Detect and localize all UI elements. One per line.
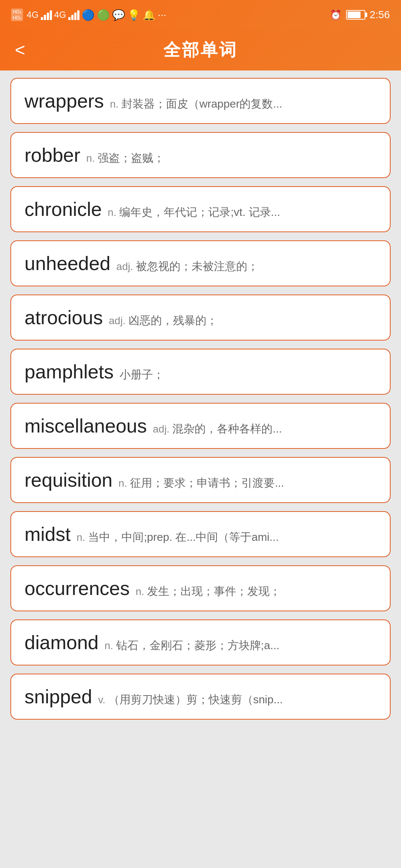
word-definition: v. （用剪刀快速）剪；快速剪（snip... — [98, 692, 376, 707]
word-card[interactable]: requisitionn. 征用；要求；申请书；引渡要... — [10, 457, 391, 503]
word-pos: n. — [86, 152, 98, 164]
word-definition: n. 编年史，年代记；记录;vt. 记录... — [108, 205, 376, 220]
word-term: occurrences — [25, 577, 130, 599]
word-term: unheeded — [25, 252, 110, 274]
header: < 全部单词 — [0, 30, 401, 70]
word-card[interactable]: diamondn. 钻石，金刚石；菱形；方块牌;a... — [10, 619, 391, 665]
word-pos: n. — [104, 640, 116, 651]
app-icon-wechat: 💬 — [112, 9, 125, 21]
word-definition: n. 当中，中间;prep. 在...中间（等于ami... — [76, 530, 376, 545]
signal-2-icon — [68, 10, 79, 20]
more-icon: ··· — [158, 9, 166, 21]
word-definition: 小册子； — [120, 367, 376, 382]
word-term: requisition — [25, 469, 113, 491]
word-definition: adj. 被忽视的；未被注意的； — [116, 259, 376, 274]
app-icon-1: 🔵 — [82, 9, 95, 21]
app-icon-3: 💡 — [127, 9, 140, 21]
word-card[interactable]: chroniclen. 编年史，年代记；记录;vt. 记录... — [10, 186, 391, 232]
notification-icon: 🔔 — [143, 9, 156, 21]
word-card[interactable]: atrociousadj. 凶恶的，残暴的； — [10, 295, 391, 341]
network-4g-icon: 4G — [27, 10, 39, 20]
word-term: chronicle — [25, 198, 102, 220]
word-pos: adj. — [116, 261, 136, 272]
word-card[interactable]: unheededadj. 被忽视的；未被注意的； — [10, 240, 391, 286]
word-term: diamond — [25, 631, 98, 654]
word-term: pamphlets — [25, 361, 114, 383]
word-pos: adj. — [153, 423, 173, 435]
word-pos: n. — [118, 477, 130, 489]
word-definition: n. 强盗；盗贼； — [86, 151, 376, 166]
status-bar-left: HD₁ HD₂ 4G 4G 🔵 🟢 💬 💡 🔔 ··· — [11, 9, 166, 21]
word-definition: n. 封装器；面皮（wrapper的复数... — [110, 96, 376, 112]
word-term: snipped — [25, 685, 92, 708]
time-display: 2:56 — [370, 9, 390, 21]
word-card[interactable]: miscellaneousadj. 混杂的，各种各样的... — [10, 403, 391, 449]
word-card[interactable]: pamphlets小册子； — [10, 349, 391, 395]
word-definition: n. 钻石，金刚石；菱形；方块牌;a... — [104, 638, 376, 653]
word-card[interactable]: midstn. 当中，中间;prep. 在...中间（等于ami... — [10, 511, 391, 557]
word-pos: adj. — [109, 315, 128, 326]
word-definition: n. 征用；要求；申请书；引渡要... — [118, 476, 376, 491]
word-list: wrappersn. 封装器；面皮（wrapper的复数...robbern. … — [0, 70, 401, 735]
word-card[interactable]: snippedv. （用剪刀快速）剪；快速剪（snip... — [10, 674, 391, 720]
word-definition: adj. 凶恶的，残暴的； — [109, 313, 376, 328]
word-term: atrocious — [25, 306, 103, 329]
word-term: miscellaneous — [25, 415, 147, 437]
word-definition: adj. 混杂的，各种各样的... — [153, 421, 377, 437]
back-button[interactable]: < — [15, 41, 25, 59]
signal-icon — [41, 10, 52, 20]
word-card[interactable]: wrappersn. 封装器；面皮（wrapper的复数... — [10, 78, 391, 124]
word-term: robber — [25, 144, 80, 166]
word-pos: n. — [108, 207, 119, 218]
word-term: midst — [25, 523, 71, 545]
word-card[interactable]: robbern. 强盗；盗贼； — [10, 132, 391, 178]
page-title: 全部单词 — [163, 39, 238, 62]
word-term: wrappers — [25, 90, 104, 112]
hd-badge: HD₁ HD₂ — [11, 9, 23, 21]
word-pos: v. — [98, 694, 108, 706]
battery-icon — [346, 10, 365, 20]
status-bar-right: ⏰ 2:56 — [330, 9, 390, 21]
network-4g-2-icon: 4G — [54, 10, 66, 20]
clock-icon: ⏰ — [330, 9, 342, 21]
word-definition: n. 发生；出现；事件；发现； — [136, 584, 376, 599]
status-bar: HD₁ HD₂ 4G 4G 🔵 🟢 💬 💡 🔔 ··· ⏰ 2:56 — [0, 0, 401, 30]
word-pos: n. — [76, 532, 88, 543]
word-pos: n. — [136, 586, 147, 597]
app-icon-2: 🟢 — [97, 9, 110, 21]
word-pos: n. — [110, 98, 121, 110]
word-card[interactable]: occurrencesn. 发生；出现；事件；发现； — [10, 565, 391, 611]
